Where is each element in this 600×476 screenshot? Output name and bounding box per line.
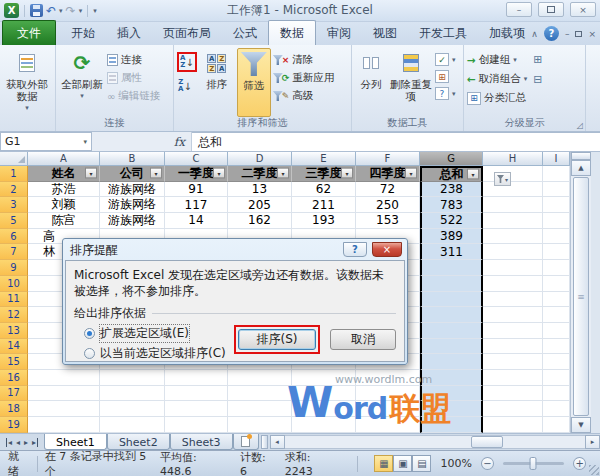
- cell[interactable]: 238: [420, 182, 483, 198]
- filter-dropdown-icon[interactable]: ▾: [85, 168, 97, 179]
- floating-filter-button[interactable]: ▾: [494, 172, 511, 186]
- cell[interactable]: [483, 166, 543, 182]
- filter-dropdown-icon[interactable]: ▾: [405, 168, 417, 179]
- cell[interactable]: [483, 370, 543, 386]
- cell[interactable]: [483, 276, 543, 292]
- cell[interactable]: [483, 354, 543, 370]
- cell-b1[interactable]: 公司▾: [100, 166, 165, 182]
- customize-qat-icon[interactable]: ▾: [93, 7, 97, 15]
- sort-ascending-button[interactable]: AZ ↓: [177, 52, 197, 72]
- row-header[interactable]: 16: [0, 370, 28, 386]
- cell[interactable]: [165, 370, 228, 386]
- scroll-thumb[interactable]: [573, 177, 589, 416]
- cell[interactable]: 153: [356, 213, 420, 229]
- consolidate-button[interactable]: ⊞: [435, 70, 456, 83]
- what-if-analysis-button[interactable]: ?▾: [435, 87, 456, 100]
- cell[interactable]: [543, 417, 570, 433]
- cell[interactable]: [543, 386, 570, 402]
- prev-sheet-icon[interactable]: ◂: [16, 438, 20, 447]
- tab-insert[interactable]: 插入: [106, 21, 152, 45]
- filter-dropdown-icon[interactable]: ▾: [341, 168, 353, 179]
- cell[interactable]: [420, 339, 483, 355]
- data-validation-button[interactable]: ✓▾: [435, 53, 456, 66]
- cell[interactable]: [100, 386, 165, 402]
- zoom-slider[interactable]: [503, 462, 564, 465]
- split-box[interactable]: [571, 152, 591, 160]
- reapply-filter-button[interactable]: ⟳ 重新应用: [273, 71, 335, 85]
- subtotal-button[interactable]: ⊞ 分类汇总: [467, 91, 527, 105]
- cell[interactable]: [100, 370, 165, 386]
- cell[interactable]: 游族网络: [100, 213, 165, 229]
- cell-c1[interactable]: 一季度▾: [165, 166, 228, 182]
- formula-input[interactable]: 总和: [192, 132, 600, 151]
- cell[interactable]: [420, 276, 483, 292]
- cell[interactable]: [543, 229, 570, 245]
- cell[interactable]: [483, 292, 543, 308]
- filter-dropdown-icon[interactable]: ▾: [150, 168, 162, 179]
- cell[interactable]: [420, 386, 483, 402]
- row-header[interactable]: 17: [0, 386, 28, 402]
- cell[interactable]: [292, 401, 356, 417]
- name-box[interactable]: G1 ▾: [0, 132, 92, 151]
- cell[interactable]: [165, 401, 228, 417]
- get-external-data-button[interactable]: 获取外部数据 ▾: [3, 48, 51, 117]
- cell[interactable]: [420, 370, 483, 386]
- row-header[interactable]: 6: [0, 229, 28, 245]
- minimize-button[interactable]: –: [506, 2, 532, 17]
- scroll-track[interactable]: [285, 435, 586, 449]
- cell[interactable]: [292, 386, 356, 402]
- cell[interactable]: [228, 417, 292, 433]
- row-header[interactable]: 11: [0, 292, 28, 308]
- sort-dialog-button[interactable]: AZZA 排序: [199, 48, 235, 117]
- row-header[interactable]: 9: [0, 260, 28, 276]
- remove-duplicates-button[interactable]: 删除重复项: [389, 48, 433, 117]
- zoom-slider-thumb[interactable]: [530, 457, 537, 470]
- tab-view[interactable]: 视图: [362, 21, 408, 45]
- cell[interactable]: 117: [165, 197, 228, 213]
- cell-f1[interactable]: 四季度▾: [356, 166, 420, 182]
- cell[interactable]: 14: [165, 213, 228, 229]
- cell[interactable]: [356, 370, 420, 386]
- tab-split-handle[interactable]: [261, 435, 268, 449]
- cell[interactable]: [420, 323, 483, 339]
- cell[interactable]: 陈宫: [28, 213, 100, 229]
- col-header-b[interactable]: B: [100, 152, 165, 166]
- cell[interactable]: 250: [356, 197, 420, 213]
- cell[interactable]: [483, 260, 543, 276]
- row-header[interactable]: 2: [0, 182, 28, 198]
- cell[interactable]: [420, 354, 483, 370]
- cell[interactable]: 91: [165, 182, 228, 198]
- cell-e1[interactable]: 三季度▾: [292, 166, 356, 182]
- redo-icon[interactable]: ↷: [66, 5, 76, 17]
- cell[interactable]: 游族网络: [100, 197, 165, 213]
- cell[interactable]: [165, 386, 228, 402]
- properties-button[interactable]: 属性: [107, 71, 160, 85]
- scroll-right-icon[interactable]: ▸: [585, 435, 600, 449]
- normal-view-button[interactable]: ▦: [374, 455, 393, 472]
- cell[interactable]: [543, 292, 570, 308]
- row-header[interactable]: 13: [0, 323, 28, 339]
- cell[interactable]: [543, 323, 570, 339]
- tab-home[interactable]: 开始: [60, 21, 106, 45]
- cell-g1-active[interactable]: 总和▾: [420, 166, 483, 182]
- first-sheet-icon[interactable]: ◂: [6, 438, 12, 447]
- row-header[interactable]: 3: [0, 197, 28, 213]
- col-header-d[interactable]: D: [228, 152, 292, 166]
- cell[interactable]: 72: [356, 182, 420, 198]
- row-header[interactable]: 10: [0, 276, 28, 292]
- row-header[interactable]: 18: [0, 401, 28, 417]
- cell[interactable]: [292, 370, 356, 386]
- cell[interactable]: [543, 260, 570, 276]
- horizontal-scrollbar[interactable]: ◂ ▸: [270, 435, 600, 449]
- cell[interactable]: 62: [292, 182, 356, 198]
- help-icon[interactable]: ?: [544, 26, 559, 41]
- col-header-h[interactable]: H: [483, 152, 543, 166]
- redo-caret-icon[interactable]: ▾: [79, 7, 83, 15]
- radio-unselected-icon[interactable]: [84, 348, 95, 359]
- close-button[interactable]: ×: [570, 2, 596, 17]
- cell[interactable]: [483, 197, 543, 213]
- cell[interactable]: [28, 401, 100, 417]
- filter-dropdown-icon[interactable]: ▾: [467, 169, 479, 180]
- col-header-f[interactable]: F: [356, 152, 420, 166]
- radio-selected-icon[interactable]: [84, 328, 95, 339]
